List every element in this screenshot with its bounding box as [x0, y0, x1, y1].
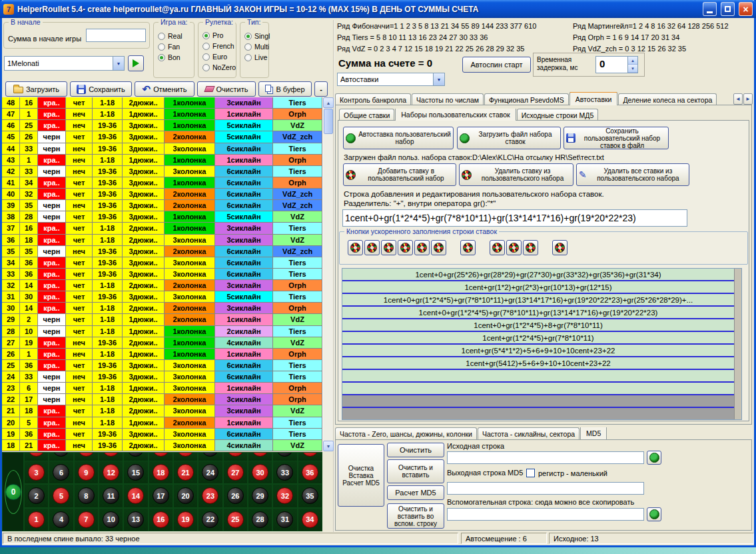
table-row[interactable]: 431кра..неч1-181дюжи..1колонка1сиклайнOr…	[2, 155, 322, 166]
quick-fill-button-10[interactable]	[523, 240, 538, 255]
scroll-thumb[interactable]	[324, 109, 333, 134]
bet-list-item[interactable]: 1cent+0+gr(1*2*4*5)+8+gr(7*8*10*11)	[342, 319, 734, 332]
main-tab-3[interactable]: Функционал PsevdoMS	[484, 93, 569, 105]
quick-fill-button-3[interactable]	[381, 240, 396, 255]
inner-tab-2[interactable]: Наборы пользовательских ставок	[395, 109, 516, 121]
board-cell[interactable]: 27	[223, 452, 248, 461]
table-row[interactable]: 4816кра..чет1-182дюжи..1колонка3сиклайнT…	[2, 97, 322, 109]
bet-list-item[interactable]: 1cent+gr(5412)+5+6+9+10+10cent+23+22	[342, 357, 734, 370]
board-cell[interactable]: 18	[149, 461, 173, 484]
table-row[interactable]: 3014кра..чет1-182дюжи..2колонка3сиклайнO…	[2, 303, 322, 314]
board-cell[interactable]: 21	[173, 452, 198, 461]
bet-list-scrollbar[interactable]	[734, 269, 741, 419]
inner-tab-3[interactable]: Исходные строки МД5	[517, 109, 599, 121]
board-cell[interactable]: 30	[248, 461, 272, 484]
table-row[interactable]: 2719кра..неч19-362дюжи..1колонка4сиклайн…	[2, 337, 322, 349]
board-cell[interactable]: 27	[223, 461, 248, 484]
table-row[interactable]: 261кра..неч1-181дюжи..1колонка1сиклайнOr…	[2, 349, 322, 360]
md5-big-button[interactable]: Очистка Вставка Расчет MD5	[338, 444, 384, 507]
inner-tab-1[interactable]: Общие ставки	[339, 109, 394, 121]
main-tab-1[interactable]: Контроль банкролла	[335, 93, 411, 105]
collapse-button[interactable]: -	[314, 81, 328, 97]
start-sum-input[interactable]	[86, 29, 146, 42]
radio-option-bon[interactable]: Bon	[158, 52, 183, 63]
board-cell[interactable]: 15	[123, 461, 148, 484]
board-cell[interactable]: 10	[99, 508, 123, 531]
md5-calc-button[interactable]: Расчет MD5	[387, 485, 444, 500]
spin-down-icon[interactable]: ▼	[628, 65, 637, 73]
register-checkbox[interactable]	[526, 469, 535, 477]
board-cell[interactable]: 21	[173, 461, 198, 484]
board-cell[interactable]: 31	[272, 508, 297, 531]
delay-spinner[interactable]: 0 ▲ ▼	[595, 56, 638, 73]
chevron-down-icon[interactable]: ▼	[433, 73, 444, 85]
mode-combo[interactable]: Автоставки ▼	[337, 73, 445, 86]
chevron-down-icon[interactable]: ▼	[113, 57, 124, 70]
quick-fill-button-9[interactable]	[506, 240, 522, 255]
bet-list[interactable]: 1cent+0+gr(25*26)+gr(28*29)+gr(27*30)+gr…	[342, 268, 742, 420]
bet-list-item[interactable]: 1cent+0+gr(1*2*4*5)+gr(7*8*10*11)+gr(13*…	[342, 307, 734, 319]
radio-option-singl[interactable]: Singl	[244, 31, 270, 41]
board-cell[interactable]: 6	[49, 461, 73, 484]
run-button[interactable]	[128, 55, 144, 71]
radio-option-fan[interactable]: Fan	[158, 41, 183, 52]
scroll-down-button[interactable]: ▼	[323, 441, 334, 451]
delete-all-bets-button[interactable]: ✎Удалить все ставки из пользовательского…	[576, 163, 689, 186]
board-cell[interactable]: 18	[149, 452, 173, 461]
board-cell[interactable]: 12	[99, 461, 123, 484]
scroll-up-button[interactable]: ▲	[323, 97, 334, 108]
undo-button[interactable]: ↶Отменить	[135, 81, 194, 97]
board-cell[interactable]: 36	[298, 452, 322, 461]
board-cell[interactable]: 22	[198, 508, 222, 531]
board-cell[interactable]: 9	[74, 461, 99, 484]
board-cell[interactable]: 7	[74, 508, 99, 531]
md5-clear-paste-button[interactable]: Очистить и вставить	[387, 459, 444, 483]
table-row[interactable]: 471кра..неч1-181дюжи..1колонка1сиклайнOr…	[2, 109, 322, 120]
board-cell[interactable]: 3	[24, 452, 49, 461]
bet-list-item[interactable]: 1cent+gr(1*2)+gr(2*3)+gr(10*13)+gr(12*15…	[342, 281, 734, 294]
board-cell[interactable]: 11	[99, 484, 123, 507]
board-zero[interactable]: 0	[5, 484, 21, 500]
quick-fill-button-6[interactable]	[431, 240, 446, 255]
table-row[interactable]: 3436кра..чет19-363дюжи..3колонка6сиклайн…	[2, 257, 322, 269]
radio-option-real[interactable]: Real	[158, 31, 183, 41]
save-button[interactable]: Сохранить	[70, 81, 132, 97]
table-row[interactable]: 1936кра..чет19-363дюжи..3колонка6сиклайн…	[2, 429, 322, 440]
board-cell[interactable]: 15	[123, 452, 148, 461]
table-row[interactable]: 2217черннеч1-182дюжи..2колонка3сиклайнOr…	[2, 394, 322, 405]
radio-option-euro[interactable]: Euro	[202, 51, 236, 62]
quick-fill-button-2[interactable]	[364, 240, 380, 255]
board-cell[interactable]: 3	[24, 461, 49, 484]
autospin-start-button[interactable]: Автоспин старт	[462, 57, 531, 73]
md5-aux-input[interactable]	[447, 508, 644, 521]
table-row[interactable]: 236чернчет1-181дюжи..3колонка1сиклайнOrp…	[2, 383, 322, 394]
board-cell[interactable]: 25	[223, 508, 248, 531]
md5-output-input[interactable]	[447, 482, 644, 495]
table-row[interactable]: 2810чернчет1-181дюжи..1колонка2сиклайнTi…	[2, 326, 322, 337]
table-row[interactable]: 2433черннеч19-363дюжи..3колонка6сиклайнT…	[2, 371, 322, 383]
load-bet-file-button[interactable]: Загрузить файл набора ставок	[457, 127, 561, 149]
board-cell[interactable]: 24	[198, 452, 222, 461]
board-cell[interactable]: 34	[298, 508, 322, 531]
main-tab-2[interactable]: Частоты по числам	[412, 93, 484, 105]
board-cell[interactable]: 8	[74, 484, 99, 507]
table-row[interactable]: 4526чернчет19-363дюжи..2колонка5сиклайнV…	[2, 131, 322, 143]
preset-combo[interactable]: 1Melonati ▼	[4, 56, 125, 71]
radio-option-nozero[interactable]: NoZero	[202, 62, 236, 73]
radio-option-multi[interactable]: Multi	[244, 41, 270, 52]
quick-fill-button-5[interactable]	[414, 240, 430, 255]
bottom-tab-1[interactable]: Частота - Zero, шансы, дюжины, колонки	[335, 427, 477, 439]
board-cell[interactable]: 32	[272, 484, 297, 507]
table-row[interactable]: 2118кра..чет1-182дюжи..3колонка3сиклайнV…	[2, 405, 322, 417]
board-cell[interactable]: 2	[24, 484, 49, 507]
autobet-user-set-button[interactable]: Автоставка пользовательский набор	[343, 127, 454, 149]
table-row[interactable]: 4625кра..неч19-363дюжи..1колонка5сиклайн…	[2, 120, 322, 131]
board-cell[interactable]: 23	[198, 484, 222, 507]
table-row[interactable]: 3935черннеч19-363дюжи..2колонка6сиклайнV…	[2, 200, 322, 211]
board-cell[interactable]: 13	[123, 508, 148, 531]
table-row[interactable]: 3828чернчет19-363дюжи..1колонка5сиклайнV…	[2, 211, 322, 223]
quick-fill-button-7[interactable]	[460, 240, 476, 255]
table-row[interactable]: 3535черннеч19-363дюжи..2колонка6сиклайнV…	[2, 246, 322, 257]
board-cell[interactable]: 28	[248, 508, 272, 531]
bet-string-input[interactable]	[342, 209, 687, 227]
